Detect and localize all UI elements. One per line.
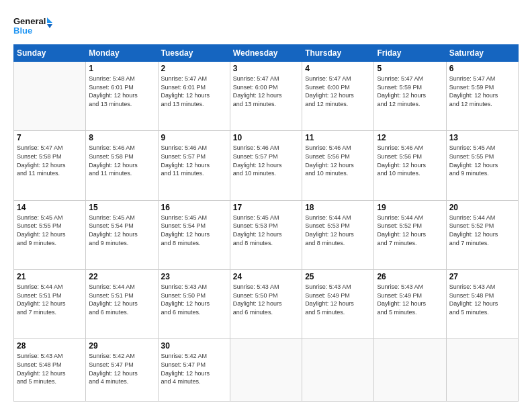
calendar-cell: 16Sunrise: 5:45 AM Sunset: 5:54 PM Dayli… bbox=[158, 200, 230, 269]
calendar-cell: 2Sunrise: 5:47 AM Sunset: 6:01 PM Daylig… bbox=[158, 62, 230, 131]
day-number: 18 bbox=[305, 203, 371, 212]
page: General Blue SundayMondayTuesdayWednesda… bbox=[0, 0, 532, 411]
calendar-cell: 7Sunrise: 5:47 AM Sunset: 5:58 PM Daylig… bbox=[14, 131, 86, 200]
calendar-cell: 25Sunrise: 5:43 AM Sunset: 5:49 PM Dayli… bbox=[302, 270, 374, 339]
day-number: 28 bbox=[17, 341, 83, 351]
day-number: 1 bbox=[89, 64, 154, 73]
calendar-cell: 18Sunrise: 5:44 AM Sunset: 5:53 PM Dayli… bbox=[302, 200, 374, 269]
weekday-header-thursday: Thursday bbox=[302, 45, 374, 62]
day-number: 23 bbox=[161, 272, 227, 281]
day-number: 30 bbox=[161, 341, 227, 351]
calendar-week-row: 21Sunrise: 5:44 AM Sunset: 5:51 PM Dayli… bbox=[14, 270, 519, 339]
day-info: Sunrise: 5:47 AM Sunset: 6:00 PM Dayligh… bbox=[305, 75, 371, 108]
day-number: 4 bbox=[305, 64, 371, 73]
calendar-cell: 28Sunrise: 5:43 AM Sunset: 5:48 PM Dayli… bbox=[14, 339, 86, 402]
svg-marker-3 bbox=[47, 24, 52, 28]
calendar-cell: 24Sunrise: 5:43 AM Sunset: 5:50 PM Dayli… bbox=[230, 270, 302, 339]
day-number: 2 bbox=[161, 64, 227, 73]
calendar-cell: 19Sunrise: 5:44 AM Sunset: 5:52 PM Dayli… bbox=[374, 200, 446, 269]
weekday-header-friday: Friday bbox=[374, 45, 446, 62]
day-info: Sunrise: 5:46 AM Sunset: 5:57 PM Dayligh… bbox=[233, 144, 299, 177]
day-number: 5 bbox=[377, 64, 443, 73]
calendar-cell: 3Sunrise: 5:47 AM Sunset: 6:00 PM Daylig… bbox=[230, 62, 302, 131]
weekday-header-wednesday: Wednesday bbox=[230, 45, 302, 62]
day-number: 24 bbox=[233, 272, 299, 281]
day-info: Sunrise: 5:44 AM Sunset: 5:53 PM Dayligh… bbox=[305, 214, 371, 247]
day-info: Sunrise: 5:44 AM Sunset: 5:52 PM Dayligh… bbox=[377, 214, 443, 247]
day-number: 7 bbox=[17, 133, 83, 142]
calendar-cell bbox=[446, 339, 518, 402]
day-info: Sunrise: 5:43 AM Sunset: 5:49 PM Dayligh… bbox=[305, 283, 371, 316]
day-number: 26 bbox=[377, 272, 443, 281]
svg-marker-2 bbox=[47, 17, 52, 23]
day-info: Sunrise: 5:43 AM Sunset: 5:50 PM Dayligh… bbox=[161, 283, 227, 316]
calendar-cell: 23Sunrise: 5:43 AM Sunset: 5:50 PM Dayli… bbox=[158, 270, 230, 339]
day-number: 22 bbox=[89, 272, 154, 281]
calendar-cell: 8Sunrise: 5:46 AM Sunset: 5:58 PM Daylig… bbox=[86, 131, 158, 200]
day-info: Sunrise: 5:45 AM Sunset: 5:54 PM Dayligh… bbox=[161, 214, 227, 247]
day-info: Sunrise: 5:45 AM Sunset: 5:53 PM Dayligh… bbox=[233, 214, 299, 247]
day-number: 15 bbox=[89, 203, 154, 212]
day-info: Sunrise: 5:43 AM Sunset: 5:48 PM Dayligh… bbox=[449, 283, 515, 316]
day-info: Sunrise: 5:45 AM Sunset: 5:54 PM Dayligh… bbox=[89, 214, 154, 247]
day-info: Sunrise: 5:44 AM Sunset: 5:51 PM Dayligh… bbox=[17, 283, 83, 316]
day-info: Sunrise: 5:46 AM Sunset: 5:56 PM Dayligh… bbox=[305, 144, 371, 177]
calendar-week-row: 28Sunrise: 5:43 AM Sunset: 5:48 PM Dayli… bbox=[14, 339, 519, 402]
day-info: Sunrise: 5:46 AM Sunset: 5:58 PM Dayligh… bbox=[89, 144, 154, 177]
day-number: 16 bbox=[161, 203, 227, 212]
day-info: Sunrise: 5:47 AM Sunset: 6:00 PM Dayligh… bbox=[233, 75, 299, 108]
calendar-week-row: 1Sunrise: 5:48 AM Sunset: 6:01 PM Daylig… bbox=[14, 62, 519, 131]
day-number: 14 bbox=[17, 203, 83, 212]
day-info: Sunrise: 5:47 AM Sunset: 5:58 PM Dayligh… bbox=[17, 144, 83, 177]
calendar-cell: 30Sunrise: 5:42 AM Sunset: 5:47 PM Dayli… bbox=[158, 339, 230, 402]
day-number: 25 bbox=[305, 272, 371, 281]
calendar-cell: 6Sunrise: 5:47 AM Sunset: 5:59 PM Daylig… bbox=[446, 62, 518, 131]
calendar-cell: 22Sunrise: 5:44 AM Sunset: 5:51 PM Dayli… bbox=[86, 270, 158, 339]
day-number: 20 bbox=[449, 203, 515, 212]
day-info: Sunrise: 5:47 AM Sunset: 5:59 PM Dayligh… bbox=[449, 75, 515, 108]
day-number: 8 bbox=[89, 133, 154, 142]
calendar-cell bbox=[14, 62, 86, 131]
day-info: Sunrise: 5:42 AM Sunset: 5:47 PM Dayligh… bbox=[161, 352, 227, 385]
calendar-cell: 9Sunrise: 5:46 AM Sunset: 5:57 PM Daylig… bbox=[158, 131, 230, 200]
weekday-header-monday: Monday bbox=[86, 45, 158, 62]
header: General Blue bbox=[13, 12, 519, 38]
day-number: 21 bbox=[17, 272, 83, 281]
day-number: 29 bbox=[89, 341, 154, 351]
calendar-week-row: 14Sunrise: 5:45 AM Sunset: 5:55 PM Dayli… bbox=[14, 200, 519, 269]
calendar-cell bbox=[302, 339, 374, 402]
day-info: Sunrise: 5:43 AM Sunset: 5:50 PM Dayligh… bbox=[233, 283, 299, 316]
calendar-cell: 17Sunrise: 5:45 AM Sunset: 5:53 PM Dayli… bbox=[230, 200, 302, 269]
calendar-cell: 15Sunrise: 5:45 AM Sunset: 5:54 PM Dayli… bbox=[86, 200, 158, 269]
calendar-cell: 29Sunrise: 5:42 AM Sunset: 5:47 PM Dayli… bbox=[86, 339, 158, 402]
day-info: Sunrise: 5:48 AM Sunset: 6:01 PM Dayligh… bbox=[89, 75, 154, 108]
logo-svg: General Blue bbox=[13, 15, 54, 38]
day-number: 11 bbox=[305, 133, 371, 142]
day-info: Sunrise: 5:43 AM Sunset: 5:49 PM Dayligh… bbox=[377, 283, 443, 316]
calendar-cell bbox=[374, 339, 446, 402]
svg-text:Blue: Blue bbox=[13, 26, 32, 36]
calendar-cell: 12Sunrise: 5:46 AM Sunset: 5:56 PM Dayli… bbox=[374, 131, 446, 200]
calendar-cell bbox=[230, 339, 302, 402]
calendar-cell: 14Sunrise: 5:45 AM Sunset: 5:55 PM Dayli… bbox=[14, 200, 86, 269]
day-number: 13 bbox=[449, 133, 515, 142]
day-info: Sunrise: 5:44 AM Sunset: 5:52 PM Dayligh… bbox=[449, 214, 515, 247]
calendar-cell: 20Sunrise: 5:44 AM Sunset: 5:52 PM Dayli… bbox=[446, 200, 518, 269]
calendar-table: SundayMondayTuesdayWednesdayThursdayFrid… bbox=[13, 44, 519, 402]
calendar-cell: 10Sunrise: 5:46 AM Sunset: 5:57 PM Dayli… bbox=[230, 131, 302, 200]
day-info: Sunrise: 5:45 AM Sunset: 5:55 PM Dayligh… bbox=[449, 144, 515, 177]
day-info: Sunrise: 5:44 AM Sunset: 5:51 PM Dayligh… bbox=[89, 283, 154, 316]
day-number: 17 bbox=[233, 203, 299, 212]
calendar-cell: 1Sunrise: 5:48 AM Sunset: 6:01 PM Daylig… bbox=[86, 62, 158, 131]
day-number: 6 bbox=[449, 64, 515, 73]
calendar-cell: 26Sunrise: 5:43 AM Sunset: 5:49 PM Dayli… bbox=[374, 270, 446, 339]
calendar-cell: 27Sunrise: 5:43 AM Sunset: 5:48 PM Dayli… bbox=[446, 270, 518, 339]
day-number: 10 bbox=[233, 133, 299, 142]
day-info: Sunrise: 5:43 AM Sunset: 5:48 PM Dayligh… bbox=[17, 352, 83, 385]
day-number: 9 bbox=[161, 133, 227, 142]
weekday-header-saturday: Saturday bbox=[446, 45, 518, 62]
calendar-cell: 11Sunrise: 5:46 AM Sunset: 5:56 PM Dayli… bbox=[302, 131, 374, 200]
day-number: 3 bbox=[233, 64, 299, 73]
svg-text:General: General bbox=[13, 16, 46, 26]
calendar-cell: 13Sunrise: 5:45 AM Sunset: 5:55 PM Dayli… bbox=[446, 131, 518, 200]
